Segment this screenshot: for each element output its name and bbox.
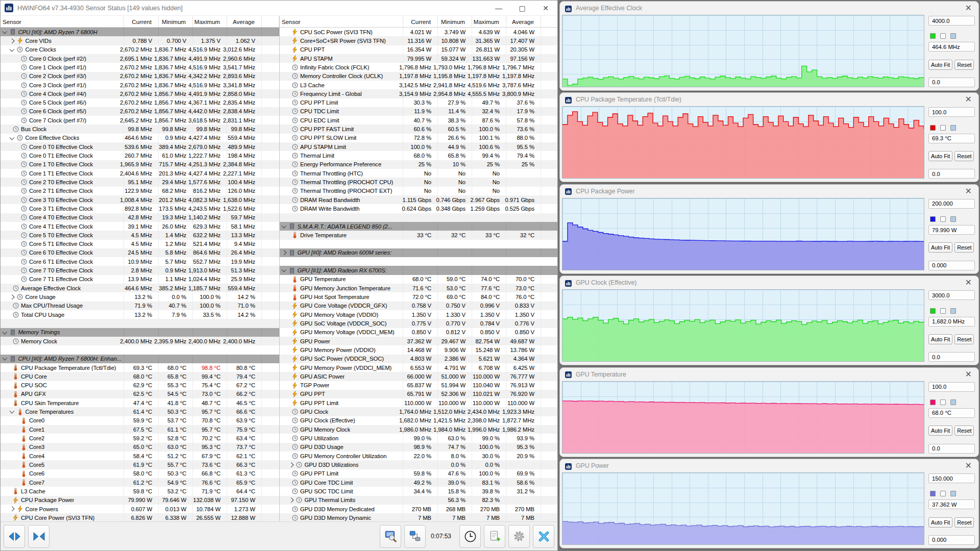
chevron-down-icon[interactable] [10,409,14,413]
auto-fit-button[interactable]: Auto Fit [928,517,952,528]
sensor-row[interactable]: GPU Memory Junction Temperature71.6 °C53… [280,284,557,292]
settings-button[interactable] [508,525,530,548]
sensor-row[interactable]: CPU Core Power (SVI3 TFN)6.826 W6.338 W2… [1,513,279,521]
sensor-row[interactable]: CPU PPT Limit30.3 %27.9 %49.7 %37.6 % [280,98,557,107]
sensor-row[interactable]: GPU D3D Usage98.9 %74.7 %100.0 %95.3 % [280,443,557,452]
sensor-row[interactable]: Core 3 Clock (perf #1/)2,670.2 MHz1,836.… [1,81,279,89]
graph-close-icon[interactable]: ✕ [965,187,972,195]
graph-plot[interactable] [562,381,924,454]
sensor-row[interactable]: Max CPU/Thread Usage71.9 %40.7 %100.0 %7… [1,302,279,310]
sensor-row[interactable]: Core 2 Clock (perf #3/)2,670.2 MHz1,836.… [1,72,279,81]
sensor-row[interactable]: CPU Core68.0 °C65.8 °C99.4 °C79.4 °C [1,372,279,381]
sensor-row[interactable]: Core 0 Clock (perf #2/)2,695.1 MHz1,836.… [1,54,279,63]
sensor-row[interactable]: CPU PPT SLOW Limit72.8 %26.6 %100.1 %88.… [280,134,557,142]
reset-button[interactable]: Reset [954,60,974,70]
sensor-row[interactable]: GPU Utilization99.0 %63.0 %99.0 %93.9 % [280,434,557,442]
sensor-row[interactable]: DRAM Write Bandwidth0.624 Gbps0.348 Gbps… [280,204,557,213]
column-header-maximum[interactable]: Maximum [472,16,506,27]
graph-plot[interactable] [562,15,924,87]
sensor-row[interactable]: Core167.5 °C61.1 °C95.7 °C75.9 °C [1,425,279,434]
series-color-swatch[interactable] [930,399,936,405]
sensor-row[interactable]: Core 4 T1 Effective Clock39.1 MHz26.0 MH… [1,222,279,231]
chevron-down-icon[interactable] [10,135,14,139]
sensor-row[interactable]: Core VIDs0.788 V0.700 V1.375 V1.062 V [1,36,279,45]
sensor-row[interactable]: APU STAPM79.995 W59.324 W131.663 W97.156… [280,54,557,63]
group-row[interactable]: S.M.A.R.T.: ADATA LEGEND 850 (2... [280,222,557,231]
min-value-box[interactable]: 0.0 [928,169,975,179]
sensor-row[interactable]: Bus Clock99.8 MHz99.8 MHz99.8 MHz99.8 MH… [1,124,279,133]
sensor-row[interactable]: Memory Clock2,400.0 MHz2,395.9 MHz2,400.… [1,337,279,345]
sensor-row[interactable]: DRAM Read Bandwidth1.115 Gbps0.746 Gbps2… [280,195,557,204]
sensor-row[interactable]: Core 7 T1 Effective Clock13.9 MHz1.1 MHz… [1,275,279,284]
graph-title-bar[interactable]: Average Effective Clock✕ [560,2,978,15]
sensor-row[interactable]: Memory Controller Clock (UCLK)1,197.8 MH… [280,72,557,81]
max-value-box[interactable]: 4000.0 [928,16,975,26]
group-row[interactable]: CPU [#0]: AMD Ryzen 7 6800H: Enhan... [1,355,279,363]
column-header-current[interactable]: Current [124,16,159,27]
collapse-columns-button[interactable] [28,525,50,548]
graph-close-icon[interactable]: ✕ [965,462,972,470]
min-value-box[interactable]: 0.000 [928,535,975,545]
minimize-button[interactable]: — [487,1,510,16]
chevron-right-icon[interactable] [282,251,286,255]
maximize-button[interactable]: ▢ [510,1,534,16]
column-header-current[interactable]: Current [403,16,438,27]
chevron-down-icon[interactable] [3,29,7,34]
sensor-row[interactable]: Core561.9 °C55.7 °C73.6 °C66.3 °C [1,460,279,469]
sensor-row[interactable]: GPU Temperature68.0 °C59.0 °C74.0 °C70.0… [280,275,557,284]
sensor-row[interactable]: Core 1 Clock (perf #1/)2,670.2 MHz1,836.… [1,63,279,71]
auto-fit-button[interactable]: Auto Fit [928,425,952,436]
sensor-row[interactable]: Thermal Throttling (PROCHOT CPU)NoNoNo [280,178,557,186]
sensor-row[interactable]: Core 7 T0 Effective Clock2.8 MHz0.9 MHz1… [1,266,279,274]
sensor-row[interactable]: Core 6 Clock (perf #5/)2,670.2 MHz1,856.… [1,107,279,116]
sensor-row[interactable]: CPU PPT16.354 W15.077 W26.811 W20.305 W [280,45,557,54]
column-header-maximum[interactable]: Maximum [193,16,227,27]
sensor-row[interactable]: GPU Power37.362 W29.467 W82.754 W49.687 … [280,337,557,345]
sensor-row[interactable]: GPU Memory Voltage (VDDIO)1.350 V1.330 V… [280,310,557,319]
sensor-row[interactable]: CPU EDC Limit40.7 %38.3 %87.6 %57.8 % [280,116,557,124]
max-value-box[interactable]: 200.000 [928,199,975,209]
graph-plot[interactable] [562,106,924,179]
column-header-minimum[interactable]: Minimum [438,16,472,27]
chevron-down-icon[interactable] [10,46,14,51]
column-header-minimum[interactable]: Minimum [159,16,193,27]
sensor-row[interactable]: Core 5 T1 Effective Clock4.5 MHz1.2 MHz5… [1,240,279,248]
sensor-row[interactable]: Core 3 T0 Effective Clock1,008.4 MHz201.… [1,195,279,204]
sensor-row[interactable]: CPU SOC62.9 °C55.3 °C75.4 °C67.2 °C [1,381,279,390]
sensor-row[interactable]: Core259.2 °C52.8 °C70.2 °C63.4 °C [1,434,279,442]
graph-title-bar[interactable]: GPU Clock (Effective)✕ [560,276,978,289]
reset-button[interactable]: Reset [954,151,974,161]
sensor-row[interactable]: CPU Skin Temperature47.4 °C41.8 °C48.7 °… [1,398,279,407]
reset-button[interactable]: Reset [954,517,974,528]
background-color-swatch[interactable] [940,216,946,222]
expand-columns-button[interactable] [4,525,25,548]
sensor-row[interactable]: Core Temperatures61.4 °C50.3 °C95.7 °C66… [1,407,279,416]
sensor-row[interactable]: Core 4 Clock (perf #4/)2,670.2 MHz1,856.… [1,89,279,98]
graph-title-bar[interactable]: GPU Power✕ [560,459,978,472]
chevron-right-icon[interactable] [10,38,14,43]
background-color-swatch[interactable] [940,33,946,39]
column-header-sensor[interactable]: Sensor [1,16,124,27]
grid-color-swatch[interactable] [950,491,956,496]
min-value-box[interactable]: 0.0 [928,352,975,362]
group-row[interactable]: GPU [#0]: AMD Radeon 600M series: [280,248,557,257]
sensor-row[interactable]: GPU Memory Clock1,986.0 MHz1,984.0 MHz1,… [280,425,557,434]
sensor-row[interactable]: Core 2 T0 Effective Clock95.1 MHz29.4 MH… [1,178,279,186]
sensor-row[interactable]: CPU TDC Limit11.9 %11.4 %32.4 %17.9 % [280,107,557,116]
sensor-row[interactable]: Core 6 T1 Effective Clock10.9 MHz5.7 MHz… [1,257,279,266]
sensor-row[interactable]: GPU Core TDC Limit49.2 %39.0 %83.1 %58.6… [280,478,557,487]
sensor-row[interactable]: CPU Package Power79.990 W79.646 W132.038… [1,496,279,505]
chevron-down-icon[interactable] [3,329,7,334]
max-value-box[interactable]: 150.000 [928,473,975,483]
sensor-row[interactable]: GPU Memory Controller Utilization22.0 %8… [280,452,557,460]
sensor-row[interactable]: GPU PPT65.791 W52.306 W110.021 W76.920 W [280,390,557,398]
column-header-average[interactable]: Average [227,16,262,27]
auto-fit-button[interactable]: Auto Fit [928,334,952,344]
sensor-row[interactable]: L3 Cache3,142.5 MHz2,941.8 MHz4,519.6 MH… [280,81,557,89]
series-color-swatch[interactable] [930,125,936,131]
sensors-button[interactable] [404,525,426,548]
graph-plot[interactable] [562,198,924,270]
sensor-row[interactable]: Core+SoC+SR Power (SVI3 TFN)11.316 W10.8… [280,36,557,45]
sensor-row[interactable]: Core 0 T1 Effective Clock260.7 MHz61.0 M… [1,151,279,160]
clock-button[interactable] [459,525,481,548]
